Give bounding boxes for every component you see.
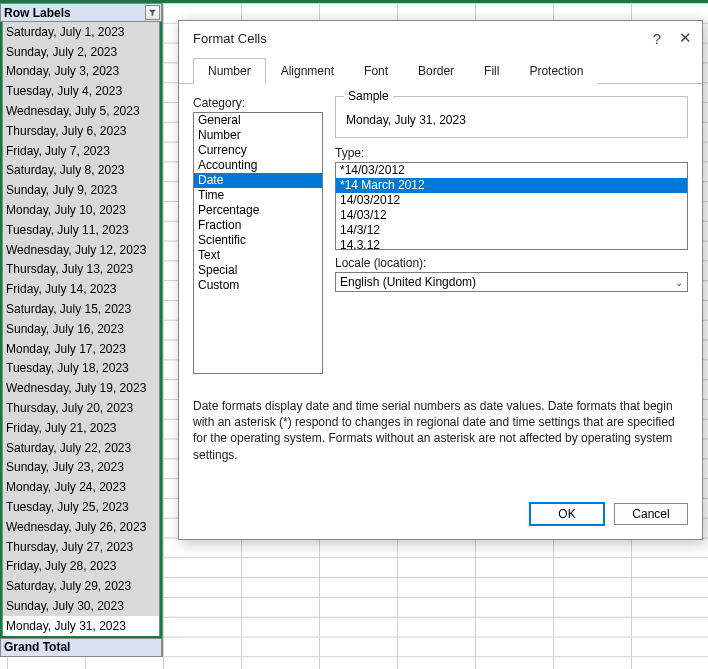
pivot-data-row[interactable]: Saturday, July 8, 2023 xyxy=(2,161,160,181)
pivot-data-row[interactable]: Wednesday, July 26, 2023 xyxy=(2,517,160,537)
category-option[interactable]: Currency xyxy=(194,143,322,158)
pivot-data-row[interactable]: Wednesday, July 12, 2023 xyxy=(2,240,160,260)
tab-font[interactable]: Font xyxy=(349,58,403,84)
sample-box: Sample Monday, July 31, 2023 xyxy=(335,96,688,138)
category-option[interactable]: Fraction xyxy=(194,218,322,233)
category-option[interactable]: Custom xyxy=(194,278,322,293)
pivot-data-row[interactable]: Monday, July 3, 2023 xyxy=(2,62,160,82)
pivot-data-row[interactable]: Tuesday, July 11, 2023 xyxy=(2,220,160,240)
category-option[interactable]: General xyxy=(194,113,322,128)
pivot-data-row[interactable]: Sunday, July 9, 2023 xyxy=(2,180,160,200)
grand-total-row[interactable]: Grand Total xyxy=(0,638,162,657)
pivot-data-row[interactable]: Saturday, July 1, 2023 xyxy=(2,22,160,42)
pivot-data-row[interactable]: Friday, July 21, 2023 xyxy=(2,418,160,438)
pivot-data-row[interactable]: Thursday, July 20, 2023 xyxy=(2,398,160,418)
pivot-data-row[interactable]: Sunday, July 16, 2023 xyxy=(2,319,160,339)
tab-protection[interactable]: Protection xyxy=(514,58,598,84)
sample-value: Monday, July 31, 2023 xyxy=(346,113,677,127)
pivot-data-row[interactable]: Monday, July 10, 2023 xyxy=(2,200,160,220)
locale-value: English (United Kingdom) xyxy=(340,275,476,289)
type-option[interactable]: *14 March 2012 xyxy=(336,178,687,193)
pivot-header[interactable]: Row Labels xyxy=(0,3,162,22)
tab-alignment[interactable]: Alignment xyxy=(266,58,349,84)
pivot-data-row[interactable]: Friday, July 14, 2023 xyxy=(2,279,160,299)
pivot-data-row[interactable]: Wednesday, July 5, 2023 xyxy=(2,101,160,121)
pivot-data-row[interactable]: Friday, July 28, 2023 xyxy=(2,557,160,577)
pivot-data-row[interactable]: Saturday, July 29, 2023 xyxy=(2,576,160,596)
pivot-data-row[interactable]: Wednesday, July 19, 2023 xyxy=(2,378,160,398)
cancel-button[interactable]: Cancel xyxy=(614,503,688,525)
pivot-data-row[interactable]: Thursday, July 13, 2023 xyxy=(2,260,160,280)
pivot-data-row[interactable]: Thursday, July 6, 2023 xyxy=(2,121,160,141)
sample-label: Sample xyxy=(344,89,393,103)
pivot-data-row[interactable]: Monday, July 31, 2023 xyxy=(2,616,160,636)
category-option[interactable]: Date xyxy=(194,173,322,188)
explanation-text: Date formats display date and time seria… xyxy=(193,398,688,463)
dialog-body: Category: GeneralNumberCurrencyAccountin… xyxy=(179,84,702,473)
tab-border[interactable]: Border xyxy=(403,58,469,84)
grand-total-label: Grand Total xyxy=(4,640,70,654)
category-option[interactable]: Percentage xyxy=(194,203,322,218)
locale-label: Locale (location): xyxy=(335,256,688,270)
type-option[interactable]: 14/03/2012 xyxy=(336,193,687,208)
type-option[interactable]: 14/3/12 xyxy=(336,223,687,238)
category-option[interactable]: Number xyxy=(194,128,322,143)
ok-button[interactable]: OK xyxy=(530,503,604,525)
tab-fill[interactable]: Fill xyxy=(469,58,514,84)
selected-cell-range[interactable]: Saturday, July 1, 2023Sunday, July 2, 20… xyxy=(0,22,162,638)
dialog-tabs: NumberAlignmentFontBorderFillProtection xyxy=(179,51,702,84)
pivot-data-row[interactable]: Sunday, July 30, 2023 xyxy=(2,596,160,616)
type-option[interactable]: 14/03/12 xyxy=(336,208,687,223)
type-label: Type: xyxy=(335,146,688,160)
chevron-down-icon: ⌄ xyxy=(675,277,683,288)
pivot-data-row[interactable]: Tuesday, July 18, 2023 xyxy=(2,359,160,379)
pivot-data-row[interactable]: Sunday, July 2, 2023 xyxy=(2,42,160,62)
pivot-data-row[interactable]: Monday, July 24, 2023 xyxy=(2,477,160,497)
pivot-data-row[interactable]: Thursday, July 27, 2023 xyxy=(2,537,160,557)
category-label: Category: xyxy=(193,96,323,110)
pivot-data-row[interactable]: Saturday, July 22, 2023 xyxy=(2,438,160,458)
dialog-buttons: OK Cancel xyxy=(179,473,702,539)
pivot-data-row[interactable]: Friday, July 7, 2023 xyxy=(2,141,160,161)
format-cells-dialog: Format Cells ? ✕ NumberAlignmentFontBord… xyxy=(178,20,703,540)
type-option[interactable]: *14/03/2012 xyxy=(336,163,687,178)
pivot-data-row[interactable]: Saturday, July 15, 2023 xyxy=(2,299,160,319)
help-icon[interactable]: ? xyxy=(653,30,661,47)
category-option[interactable]: Accounting xyxy=(194,158,322,173)
category-option[interactable]: Scientific xyxy=(194,233,322,248)
filter-icon xyxy=(148,8,157,17)
dialog-title: Format Cells xyxy=(193,31,653,46)
type-listbox[interactable]: *14/03/2012*14 March 201214/03/201214/03… xyxy=(335,162,688,250)
dialog-titlebar: Format Cells ? ✕ xyxy=(179,21,702,51)
category-option[interactable]: Time xyxy=(194,188,322,203)
category-option[interactable]: Text xyxy=(194,248,322,263)
pivot-column: Row Labels Saturday, July 1, 2023Sunday,… xyxy=(0,3,163,657)
tab-number[interactable]: Number xyxy=(193,58,266,84)
locale-select[interactable]: English (United Kingdom) ⌄ xyxy=(335,272,688,292)
pivot-data-row[interactable]: Tuesday, July 25, 2023 xyxy=(2,497,160,517)
pivot-data-row[interactable]: Tuesday, July 4, 2023 xyxy=(2,81,160,101)
category-option[interactable]: Special xyxy=(194,263,322,278)
pivot-data-row[interactable]: Sunday, July 23, 2023 xyxy=(2,458,160,478)
close-icon[interactable]: ✕ xyxy=(679,29,692,47)
filter-dropdown-button[interactable] xyxy=(145,5,160,20)
category-listbox[interactable]: GeneralNumberCurrencyAccountingDateTimeP… xyxy=(193,112,323,374)
type-option[interactable]: 14.3.12 xyxy=(336,238,687,250)
pivot-header-label: Row Labels xyxy=(4,6,71,20)
pivot-data-row[interactable]: Monday, July 17, 2023 xyxy=(2,339,160,359)
